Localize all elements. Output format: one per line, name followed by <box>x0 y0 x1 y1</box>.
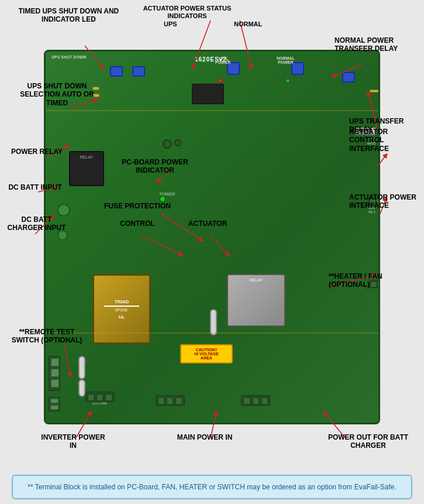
annotation-main-power: MAIN POWER IN <box>170 433 240 441</box>
annotation-actuator-power-status: ACTUATOR POWER STATUS INDICATORS <box>129 5 246 20</box>
tb2-terminal: TB2 POWER IN L1 L2 GND <box>163 395 177 405</box>
annotation-heater-fan: **HEATER / FAN (OPTIONAL) <box>329 272 419 289</box>
fuse-f1: F1 250V <box>209 309 218 316</box>
transformer-area: TRIAD VPS48- UL <box>92 274 151 344</box>
annotation-ups-label: UPS <box>164 20 177 28</box>
actuator-relay: RELAY <box>227 274 285 327</box>
ic-chip-main <box>192 84 224 104</box>
cap-small-2 <box>174 139 181 146</box>
led-ups <box>218 78 223 83</box>
normal-power-label: NORMALPOWER <box>277 56 295 64</box>
trace-h1 <box>46 110 378 111</box>
blue-adj-1 <box>110 66 123 77</box>
hv-warning: CAUTION!!HI VOLTAGEAREA <box>180 344 233 364</box>
power-indicator-area: POWER <box>160 192 175 196</box>
fuse-f3: F3 250V <box>78 356 86 363</box>
cap-1 <box>57 204 70 217</box>
tb6-terminals: TB6 <box>49 356 55 359</box>
main-container: 1620ESv2- UPS SHUT DOWN UPSPOWER NORMALP… <box>0 0 424 504</box>
cap-small-1 <box>163 139 172 149</box>
pcb-ups-shut-label: UPS SHUT DOWN <box>51 55 87 59</box>
tb3-terminal: TB3 BATT CHARGER L1 L2 GND <box>244 395 267 405</box>
footer-info-box: ** Terminal Block is installed on PC-Boa… <box>12 475 412 499</box>
power-led <box>160 196 166 202</box>
annotation-ups-shut-down: UPS SHUT DOWN SELECTION AUTO or TIMED <box>12 82 102 107</box>
footer-text: ** Terminal Block is installed on PC-Boa… <box>27 483 396 491</box>
annotation-power-relay: POWER RELAY <box>11 148 63 156</box>
tb1-terminal: TB1 INVERTER POWER IN L1 L2 GND <box>92 391 107 405</box>
trace-h2 <box>46 332 378 334</box>
tb8-remote: TB8 <box>49 397 54 400</box>
annotation-fuse-protection: FUSE PROTECTION <box>96 202 178 210</box>
annotation-remote-test: **REMOTE TEST SWITCH (OPTIONAL) <box>6 328 88 345</box>
power-relay: RELAY <box>69 151 104 186</box>
annotation-dc-batt-charger: DC BATT CHARGER INPUT <box>6 215 67 232</box>
annotation-actuator-power: ACTUATOR POWER INTERFACE <box>349 193 419 210</box>
annotation-normal-power-delay: NORMAL POWER TRANSFER DELAY <box>335 36 419 53</box>
fuse-f2: F2 250V <box>78 379 86 386</box>
annotation-inverter-power: INVERTER POWER IN <box>38 433 108 450</box>
blue-adj-2 <box>132 66 145 77</box>
annotation-actuator: ACTUATOR <box>181 220 234 228</box>
annotation-control: CONTROL <box>114 220 161 228</box>
annotation-normal-label: NORMAL <box>234 20 262 28</box>
annotation-power-out: POWER OUT FOR BATT CHARGER <box>323 433 413 450</box>
annotation-pc-board-power: PC-BOARD POWER INDICATOR <box>114 158 196 175</box>
led-normal <box>285 78 290 83</box>
ups-power-label: UPSPOWER <box>215 56 230 64</box>
annotation-timed-ups: TIMED UPS SHUT DOWN AND INDICATOR LED <box>12 7 126 24</box>
annotation-actuator-control: ACTUATOR CONTROL INTERFACE <box>349 128 419 153</box>
annotation-dc-batt-input: DC BATT INPUT <box>6 183 64 191</box>
blue-adj-transfer <box>342 72 355 83</box>
